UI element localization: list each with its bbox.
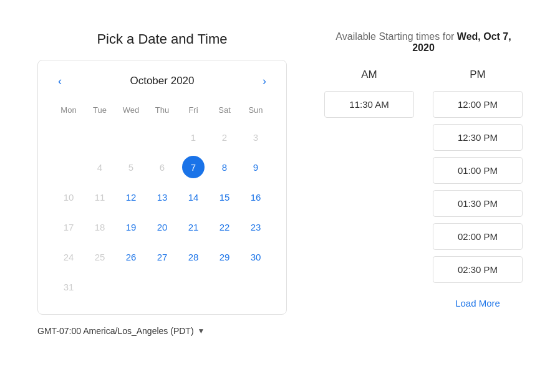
calendar-cell: 23: [240, 212, 271, 242]
timezone-label: GMT-07:00 America/Los_Angeles (PDT): [37, 326, 194, 336]
time-slot-pm[interactable]: 12:00 PM: [433, 91, 523, 118]
calendar-cell: [84, 272, 115, 302]
weekday-header: Mon: [53, 102, 84, 122]
calendar-cell: 6: [147, 152, 178, 182]
calendar-week-row: 31: [53, 272, 271, 302]
calendar-day[interactable]: 20: [151, 216, 173, 238]
calendar-cell: [178, 272, 209, 302]
calendar-cell: 18: [84, 212, 115, 242]
calendar-cell: 16: [240, 182, 271, 212]
calendar-day: 1: [182, 126, 205, 148]
calendar-day[interactable]: 16: [244, 186, 267, 208]
calendar-week-row: 123: [53, 122, 271, 152]
calendar-cell: [53, 152, 84, 182]
calendar-day: 2: [213, 126, 236, 148]
weekday-header: Tue: [84, 102, 115, 122]
calendar-wrapper: ‹ October 2020 › MonTueWedThuFriSatSun 1…: [37, 60, 287, 315]
calendar-cell: 4: [84, 152, 115, 182]
calendar-day[interactable]: 15: [213, 186, 236, 208]
am-slots: 11:30 AM: [324, 91, 414, 118]
am-column: AM 11:30 AM: [324, 69, 414, 313]
right-panel: Available Starting times for Wed, Oct 7,…: [324, 31, 523, 313]
calendar-cell: 15: [209, 182, 240, 212]
calendar-day[interactable]: 14: [182, 186, 205, 208]
next-month-button[interactable]: ›: [258, 73, 271, 89]
calendar-month-year: October 2020: [130, 75, 194, 87]
calendar-week-row: 456789: [53, 152, 271, 182]
time-slot-pm[interactable]: 01:00 PM: [433, 157, 523, 184]
calendar-header: ‹ October 2020 ›: [53, 73, 271, 89]
calendar-cell: 28: [178, 242, 209, 272]
calendar-cell: 8: [209, 152, 240, 182]
calendar-day[interactable]: 13: [151, 186, 173, 208]
calendar-cell: 5: [115, 152, 147, 182]
available-title: Available Starting times for Wed, Oct 7,…: [324, 31, 523, 54]
calendar-cell: 7: [178, 152, 209, 182]
weekday-header: Thu: [147, 102, 178, 122]
calendar-day: 18: [89, 216, 111, 238]
calendar-cell: [147, 122, 178, 152]
calendar-day[interactable]: 23: [244, 216, 267, 238]
calendar-week-row: 24252627282930: [53, 242, 271, 272]
calendar-cell: 3: [240, 122, 271, 152]
left-panel: Pick a Date and Time ‹ October 2020 › Mo…: [37, 31, 287, 336]
calendar-cell: 29: [209, 242, 240, 272]
calendar-cell: 11: [84, 182, 115, 212]
calendar-day[interactable]: 26: [120, 246, 142, 268]
pm-header: PM: [433, 69, 523, 81]
calendar-day[interactable]: 30: [244, 246, 267, 268]
prev-month-button[interactable]: ‹: [53, 73, 67, 89]
calendar-day[interactable]: 21: [182, 216, 205, 238]
time-columns: AM 11:30 AM PM 12:00 PM12:30 PM01:00 PM0…: [324, 69, 523, 313]
time-slot-am[interactable]: 11:30 AM: [324, 91, 414, 118]
calendar-cell: 13: [147, 182, 178, 212]
calendar-day[interactable]: 27: [151, 246, 173, 268]
calendar-cell: 21: [178, 212, 209, 242]
pm-slots: 12:00 PM12:30 PM01:00 PM01:30 PM02:00 PM…: [433, 91, 523, 283]
calendar-cell: 19: [115, 212, 147, 242]
time-slot-pm[interactable]: 12:30 PM: [433, 124, 523, 151]
calendar-cell: 2: [209, 122, 240, 152]
timezone-dropdown-icon: ▼: [198, 327, 205, 335]
page-container: Pick a Date and Time ‹ October 2020 › Mo…: [12, 19, 548, 348]
calendar-day[interactable]: 9: [244, 156, 267, 178]
calendar-cell: 1: [178, 122, 209, 152]
weekday-header: Wed: [115, 102, 147, 122]
calendar-cell: 31: [53, 272, 84, 302]
timezone-selector[interactable]: GMT-07:00 America/Los_Angeles (PDT) ▼: [37, 326, 287, 336]
calendar-day: 5: [120, 156, 142, 178]
calendar-day[interactable]: 22: [213, 216, 236, 238]
weekday-header: Sun: [240, 102, 271, 122]
calendar-cell: 24: [53, 242, 84, 272]
calendar-day: 31: [57, 275, 80, 298]
calendar-day: 4: [89, 156, 111, 178]
calendar-cell: [209, 272, 240, 302]
calendar-day[interactable]: 8: [213, 156, 236, 178]
pm-column: PM 12:00 PM12:30 PM01:00 PM01:30 PM02:00…: [433, 69, 523, 313]
calendar-cell: 20: [147, 212, 178, 242]
calendar-cell: 17: [53, 212, 84, 242]
calendar-cell: 9: [240, 152, 271, 182]
am-header: AM: [324, 69, 414, 81]
calendar-cell: 30: [240, 242, 271, 272]
calendar-day: 10: [57, 186, 80, 208]
load-more-button[interactable]: Load More: [433, 293, 523, 313]
calendar-day[interactable]: 12: [120, 186, 142, 208]
calendar-day: 25: [89, 246, 111, 268]
time-slot-pm[interactable]: 01:30 PM: [433, 190, 523, 217]
calendar-cell: [53, 122, 84, 152]
calendar-cell: 25: [84, 242, 115, 272]
calendar-week-row: 17181920212223: [53, 212, 271, 242]
calendar-day: 6: [151, 156, 173, 178]
time-slot-pm[interactable]: 02:00 PM: [433, 223, 523, 250]
calendar-day[interactable]: 7: [182, 156, 205, 178]
page-title: Pick a Date and Time: [37, 31, 287, 47]
calendar-cell: 14: [178, 182, 209, 212]
time-slot-pm[interactable]: 02:30 PM: [433, 256, 523, 283]
calendar-week-row: 10111213141516: [53, 182, 271, 212]
calendar-day[interactable]: 19: [120, 216, 142, 238]
weekday-header-row: MonTueWedThuFriSatSun: [53, 102, 271, 122]
calendar-grid: MonTueWedThuFriSatSun 123456789101112131…: [53, 102, 271, 302]
calendar-day[interactable]: 29: [213, 246, 236, 268]
calendar-day[interactable]: 28: [182, 246, 205, 268]
